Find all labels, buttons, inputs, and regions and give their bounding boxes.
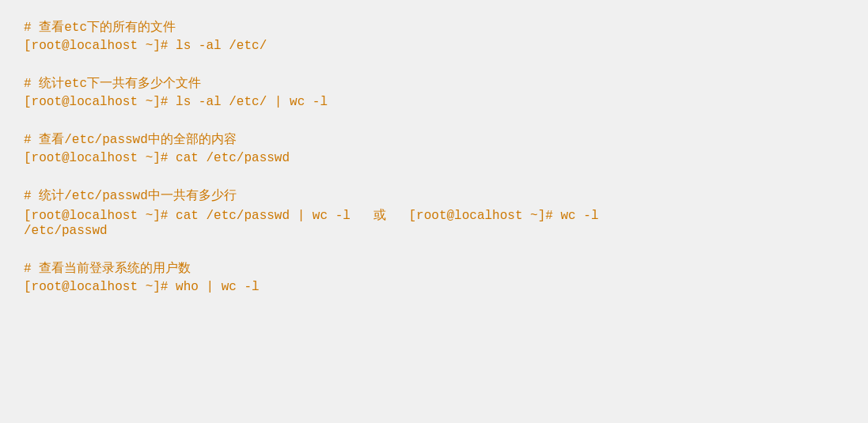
terminal-block-2: # 统计etc下一共有多少个文件[root@localhost ~]# ls -…	[24, 75, 844, 109]
comment-line: # 查看当前登录系统的用户数	[24, 260, 844, 277]
command-line: [root@localhost ~]# cat /etc/passwd	[24, 151, 844, 165]
comment-line: # 查看etc下的所有的文件	[24, 19, 844, 36]
terminal-content: # 查看etc下的所有的文件[root@localhost ~]# ls -al…	[24, 19, 844, 294]
command-line: [root@localhost ~]# ls -al /etc/	[24, 39, 844, 53]
terminal-block-5: # 查看当前登录系统的用户数[root@localhost ~]# who | …	[24, 260, 844, 294]
command-line: /etc/passwd	[24, 224, 844, 238]
comment-line: # 统计etc下一共有多少个文件	[24, 75, 844, 92]
terminal-block-4: # 统计/etc/passwd中一共有多少行[root@localhost ~]…	[24, 187, 844, 238]
comment-line: # 统计/etc/passwd中一共有多少行	[24, 187, 844, 204]
terminal-block-1: # 查看etc下的所有的文件[root@localhost ~]# ls -al…	[24, 19, 844, 53]
command-line: [root@localhost ~]# who | wc -l	[24, 280, 844, 294]
command-line: [root@localhost ~]# ls -al /etc/ | wc -l	[24, 95, 844, 109]
terminal-block-3: # 查看/etc/passwd中的全部的内容[root@localhost ~]…	[24, 131, 844, 165]
comment-line: # 查看/etc/passwd中的全部的内容	[24, 131, 844, 148]
command-line: [root@localhost ~]# cat /etc/passwd | wc…	[24, 207, 844, 224]
